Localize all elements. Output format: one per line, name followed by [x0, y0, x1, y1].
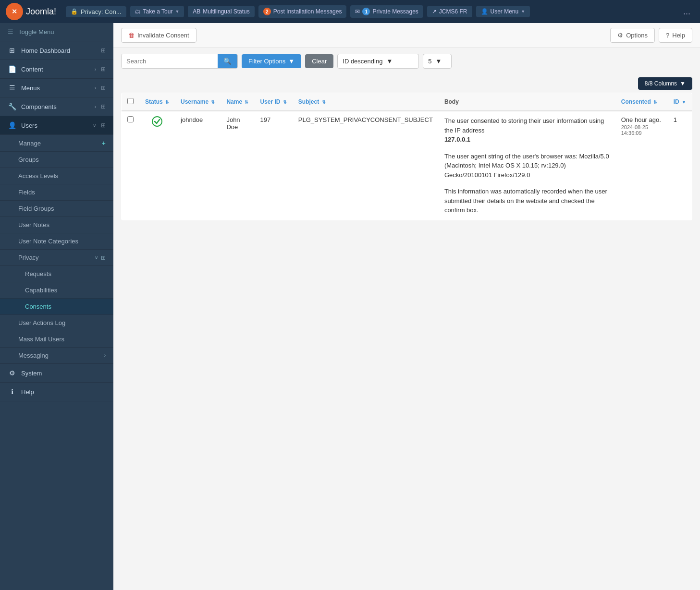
multilingual-button[interactable]: AB Multilingual Status — [188, 6, 254, 17]
private-messages-badge: 1 — [362, 8, 370, 15]
access-levels-label: Access Levels — [18, 172, 58, 180]
select-all-checkbox[interactable] — [127, 98, 134, 104]
options-button[interactable]: ⚙ Options — [610, 28, 655, 43]
mail-icon: ✉ — [355, 8, 360, 15]
sidebar-item-requests[interactable]: Requests — [0, 266, 113, 282]
row-checkbox[interactable] — [127, 116, 134, 122]
sidebar-item-menus[interactable]: ☰ Menus › ⊞ — [0, 79, 113, 97]
post-install-button[interactable]: 2 Post Installation Messages — [258, 5, 347, 18]
per-page-select[interactable]: 5 ▼ — [423, 54, 452, 69]
userid-column-header[interactable]: User ID ⇅ — [254, 93, 292, 111]
joomla-icon: ✕ — [6, 3, 23, 20]
search-button[interactable]: 🔍 — [218, 54, 237, 68]
mass-mail-users-label: Mass Mail Users — [18, 336, 64, 343]
manage-label: Manage — [18, 140, 41, 147]
subject-column-header[interactable]: Subject ⇅ — [293, 93, 439, 111]
consented-column-header[interactable]: Consented ⇅ — [615, 93, 668, 111]
chevron-down-icon: ▼ — [288, 58, 295, 65]
user-icon: 👤 — [481, 8, 488, 15]
grid-icon: ⊞ — [101, 254, 106, 261]
toggle-menu-button[interactable]: ☰ Toggle Menu — [0, 23, 113, 41]
columns-label: 8/8 Columns — [645, 80, 677, 87]
row-checkbox-cell — [122, 111, 140, 220]
check-circle-icon — [152, 116, 162, 127]
filter-options-button[interactable]: Filter Options ▼ — [242, 54, 301, 68]
system-icon: ⚙ — [8, 369, 16, 377]
sidebar-item-help[interactable]: ℹ Help — [0, 383, 113, 401]
more-options-button[interactable]: ... — [679, 5, 694, 19]
logo[interactable]: ✕ Joomla! — [6, 3, 56, 20]
consented-time: One hour ago. — [621, 116, 662, 123]
content-icon: 📄 — [8, 65, 16, 73]
chevron-down-icon: ∨ — [93, 123, 96, 128]
sort-icon: ⇅ — [322, 100, 326, 105]
help-button[interactable]: ? Help — [659, 28, 692, 43]
chevron-right-icon: › — [95, 85, 96, 91]
content-area: 🗑 Invalidate Consent ⚙ Options ? Help 🔍 — [113, 23, 700, 590]
invalidate-consent-button[interactable]: 🗑 Invalidate Consent — [121, 28, 196, 43]
sidebar-item-label: Menus — [21, 84, 90, 92]
sidebar-item-home-dashboard[interactable]: ⊞ Home Dashboard ⊞ — [0, 41, 113, 60]
sidebar-item-users[interactable]: 👤 Users ∨ ⊞ — [0, 116, 113, 135]
main-layout: ☰ Toggle Menu ⊞ Home Dashboard ⊞ 📄 Conte… — [0, 23, 700, 590]
sort-select[interactable]: ID descending ▼ — [337, 54, 419, 69]
fields-label: Fields — [18, 189, 35, 196]
sidebar-item-messaging[interactable]: Messaging › — [0, 348, 113, 364]
userid-cell: 197 — [254, 111, 292, 220]
name-column-header[interactable]: Name ⇅ — [221, 93, 254, 111]
sidebar-item-field-groups[interactable]: Field Groups — [0, 201, 113, 217]
sidebar-item-components[interactable]: 🔧 Components › ⊞ — [0, 97, 113, 116]
question-icon: ? — [666, 32, 669, 39]
columns-button[interactable]: 8/8 Columns ▼ — [638, 77, 692, 90]
sidebar-item-manage[interactable]: Manage + — [0, 135, 113, 152]
status-cell — [139, 111, 175, 220]
name-cell: JohnDoe — [221, 111, 254, 220]
requests-label: Requests — [25, 270, 51, 277]
sidebar-item-content[interactable]: 📄 Content › ⊞ — [0, 60, 113, 79]
sidebar-item-mass-mail-users[interactable]: Mass Mail Users — [0, 331, 113, 348]
multilingual-icon: AB — [193, 8, 200, 15]
chevron-right-icon: › — [95, 67, 96, 72]
search-input[interactable] — [122, 54, 218, 68]
sort-icon: ⇅ — [653, 100, 657, 105]
body-cell: The user consented to storing their user… — [439, 111, 615, 220]
consents-table: Status ⇅ Username ⇅ Name ⇅ User ID — [121, 93, 692, 220]
menus-icon: ☰ — [8, 84, 16, 92]
take-tour-label: Take a Tour — [143, 8, 173, 15]
sort-icon: ⇅ — [283, 100, 287, 105]
sidebar-item-privacy[interactable]: Privacy ∨ ⊞ — [0, 250, 113, 266]
sidebar-item-fields[interactable]: Fields — [0, 184, 113, 201]
id-column-header[interactable]: ID ▼ — [668, 93, 692, 111]
private-messages-button[interactable]: ✉ 1 Private Messages — [350, 5, 423, 18]
take-tour-button[interactable]: 🗂 Take a Tour ▼ — [130, 6, 184, 17]
private-messages-label: Private Messages — [372, 8, 418, 15]
sidebar-item-capabilities[interactable]: Capabilities — [0, 282, 113, 299]
sidebar-item-label: Components — [21, 103, 90, 110]
svg-point-0 — [152, 117, 162, 126]
sidebar-item-consents[interactable]: Consents — [0, 299, 113, 315]
body-text-1: The user consented to storing their user… — [444, 116, 610, 144]
sidebar-help-label: Help — [21, 388, 106, 396]
per-page-label: 5 — [428, 58, 431, 65]
sidebar-item-label: Content — [21, 66, 90, 73]
clear-button[interactable]: Clear — [305, 54, 333, 68]
top-navigation: ✕ Joomla! 🔒 Privacy: Con... 🗂 Take a Tou… — [0, 0, 700, 23]
sidebar-item-access-levels[interactable]: Access Levels — [0, 168, 113, 184]
username-column-header[interactable]: Username ⇅ — [175, 93, 221, 111]
users-submenu: Manage + Groups Access Levels Fields Fie… — [0, 135, 113, 364]
sidebar-item-user-notes[interactable]: User Notes — [0, 217, 113, 233]
sidebar-item-user-actions-log[interactable]: User Actions Log — [0, 315, 113, 331]
table-container: Status ⇅ Username ⇅ Name ⇅ User ID — [113, 93, 700, 228]
hamburger-icon: ☰ — [8, 28, 13, 36]
page-title-text: Privacy: Con... — [81, 8, 122, 15]
jcms6fr-button[interactable]: ↗ JCMS6 FR — [427, 6, 472, 17]
sidebar-item-user-note-categories[interactable]: User Note Categories — [0, 233, 113, 250]
table-header-row: Status ⇅ Username ⇅ Name ⇅ User ID — [122, 93, 692, 111]
sidebar-item-groups[interactable]: Groups — [0, 152, 113, 168]
user-menu-button[interactable]: 👤 User Menu ▼ — [476, 6, 530, 17]
name-value: JohnDoe — [226, 116, 240, 131]
chevron-down-icon: ▼ — [680, 80, 686, 87]
sidebar-item-system[interactable]: ⚙ System — [0, 364, 113, 383]
grid-icon: ⊞ — [101, 47, 106, 54]
status-column-header[interactable]: Status ⇅ — [139, 93, 175, 111]
